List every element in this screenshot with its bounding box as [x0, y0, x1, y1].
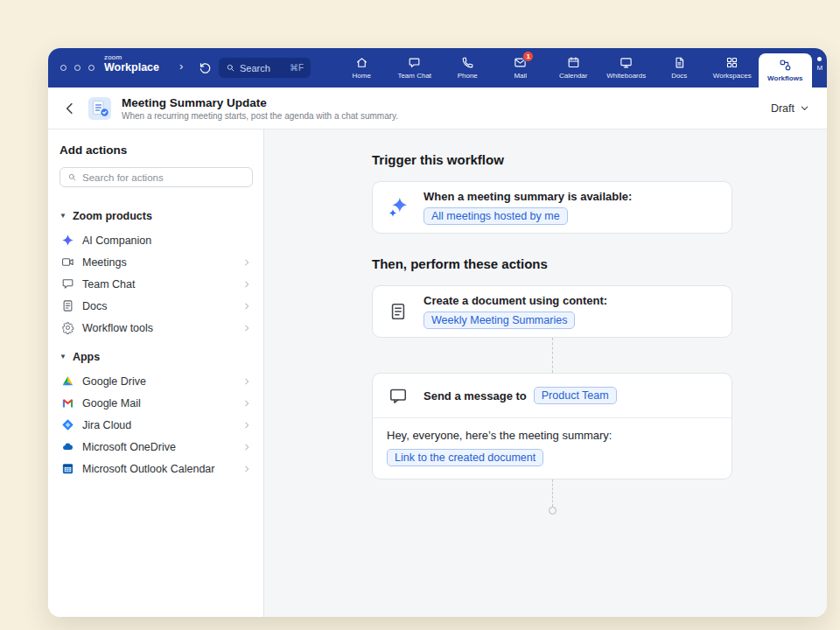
- search-icon: [67, 172, 77, 182]
- sidebar-item-label: Workflow tools: [82, 322, 153, 334]
- nav-item-home[interactable]: Home: [335, 48, 388, 88]
- chevron-right-icon: [242, 399, 251, 408]
- nav-item-docs[interactable]: Docs: [653, 48, 706, 88]
- outlook-calendar-icon: [61, 462, 74, 475]
- message-body: Hey, everyone, here’s the meeting summar…: [373, 418, 732, 479]
- nav-label: Home: [353, 72, 371, 80]
- nav-label: Workspaces: [713, 72, 752, 80]
- section-apps[interactable]: ▼ Apps: [60, 351, 253, 363]
- nav-item-team-chat[interactable]: Team Chat: [388, 48, 442, 88]
- chevron-right-icon: [242, 377, 251, 386]
- sidebar-item-label: Team Chat: [82, 278, 135, 290]
- global-search[interactable]: Search ⌘F: [219, 58, 311, 78]
- sidebar-item-meetings[interactable]: Meetings: [60, 251, 253, 273]
- actions-search[interactable]: [60, 167, 253, 187]
- sidebar-item-jira-cloud[interactable]: Jira Cloud: [60, 414, 253, 436]
- trigger-card[interactable]: When a meeting summary is available: All…: [372, 181, 732, 234]
- google-drive-icon: [61, 374, 74, 388]
- sidebar-item-team-chat[interactable]: Team Chat: [60, 273, 253, 295]
- create-document-text-block: Create a document using content: Weekly …: [424, 294, 607, 329]
- nav-label: Mail: [514, 72, 527, 80]
- team-chat-icon: [408, 56, 421, 69]
- docs-icon: [673, 56, 686, 69]
- send-message-header: Send a message to Product Team: [373, 374, 732, 418]
- nav-label: Docs: [671, 72, 687, 80]
- status-badge: Draft: [771, 102, 794, 115]
- send-message-line: Send a message to Product Team: [424, 387, 617, 404]
- notification-dot-icon: [817, 57, 822, 61]
- chevron-right-icon: [242, 421, 251, 430]
- sidebar-item-label: Jira Cloud: [82, 419, 131, 431]
- sidebar-item-microsoft-outlook-calendar[interactable]: Microsoft Outlook Calendar: [60, 458, 253, 480]
- phone-icon: [461, 56, 474, 69]
- mail-icon: 1: [514, 56, 527, 69]
- sidebar-heading: Add actions: [60, 144, 253, 157]
- sidebar-item-google-mail[interactable]: Google Mail: [60, 392, 253, 414]
- collapse-triangle-icon: ▼: [60, 212, 66, 220]
- nav-label: Calendar: [559, 72, 587, 80]
- sidebar-item-label: Microsoft OneDrive: [82, 441, 176, 453]
- send-message-card[interactable]: Send a message to Product Team Hey, ever…: [372, 373, 732, 480]
- history-icon[interactable]: [199, 61, 212, 74]
- nav-label: Phone: [458, 72, 478, 80]
- flow-connector-dashed: [552, 480, 553, 507]
- recipient-chip[interactable]: Product Team: [534, 387, 617, 404]
- create-document-text: Create a document using content:: [424, 294, 607, 307]
- nav-tabs: Home Team Chat Phone 1 Mail Calendar: [335, 48, 827, 88]
- flow-connector-dashed: [552, 338, 553, 373]
- window-control-zoom[interactable]: [88, 65, 94, 71]
- nav-item-workspaces[interactable]: Workspaces: [706, 48, 760, 88]
- status-dropdown[interactable]: Draft: [771, 102, 809, 115]
- nav-item-mail[interactable]: 1 Mail: [494, 48, 548, 88]
- window-control-minimize[interactable]: [74, 65, 80, 71]
- workflows-icon: [779, 59, 792, 72]
- team-chat-icon: [61, 277, 74, 290]
- back-button[interactable]: [62, 101, 78, 116]
- meetings-icon: [61, 256, 74, 269]
- document-link-chip[interactable]: Link to the created document: [387, 449, 543, 466]
- collapse-chevron-icon[interactable]: ›: [179, 60, 183, 73]
- sidebar-item-ai-companion[interactable]: AI Companion: [60, 229, 253, 251]
- chevron-right-icon: [242, 280, 251, 289]
- logo-workplace-text: Workplace: [104, 62, 159, 74]
- sidebar-item-label: AI Companion: [82, 234, 151, 247]
- sidebar-item-docs[interactable]: Docs: [60, 295, 253, 317]
- sidebar-item-microsoft-onedrive[interactable]: Microsoft OneDrive: [60, 436, 253, 458]
- nav-item-phone[interactable]: Phone: [441, 48, 494, 88]
- sidebar-item-label: Meetings: [82, 256, 127, 269]
- actions-search-input[interactable]: [82, 172, 245, 183]
- nav-item-whiteboards[interactable]: Whiteboards: [600, 48, 654, 88]
- top-navbar: zoom Workplace › Search ⌘F Home Team Cha…: [48, 48, 827, 88]
- app-window: zoom Workplace › Search ⌘F Home Team Cha…: [48, 48, 827, 617]
- chevron-down-icon: [800, 103, 809, 113]
- calendar-icon: [567, 56, 580, 69]
- send-message-text: Send a message to: [424, 389, 527, 402]
- section-zoom-products[interactable]: ▼ Zoom products: [60, 210, 253, 222]
- docs-icon: [61, 299, 74, 312]
- document-icon: [387, 300, 410, 323]
- workspaces-icon: [725, 56, 738, 69]
- workflow-thumbnail-icon: [88, 97, 111, 120]
- zoom-products-list: AI Companion Meetings Team Chat Docs: [60, 229, 253, 339]
- nav-item-calendar[interactable]: Calendar: [547, 48, 600, 88]
- document-content-chip[interactable]: Weekly Meeting Summaries: [424, 312, 575, 329]
- nav-label: Whiteboards: [606, 72, 646, 80]
- workflow-header: Meeting Summary Update When a recurring …: [48, 88, 827, 130]
- jira-icon: [61, 418, 74, 431]
- page-subtitle: When a recurring meeting starts, post th…: [122, 111, 398, 121]
- window-control-close[interactable]: [60, 65, 66, 71]
- sidebar-item-google-drive[interactable]: Google Drive: [60, 370, 253, 392]
- chevron-right-icon: [242, 302, 251, 311]
- chevron-right-icon: [242, 443, 251, 452]
- sidebar-item-workflow-tools[interactable]: Workflow tools: [60, 317, 253, 339]
- apps-list: Google Drive Google Mail Jira Cloud Micr…: [60, 370, 253, 480]
- search-label: Search: [240, 63, 270, 74]
- nav-item-overflow-partial[interactable]: M: [812, 48, 828, 88]
- window-controls[interactable]: [60, 65, 94, 71]
- nav-label: Team Chat: [397, 72, 431, 80]
- actions-sidebar: Add actions ▼ Zoom products AI Companion…: [48, 130, 264, 617]
- trigger-scope-chip[interactable]: All meetings hosted by me: [424, 207, 568, 225]
- create-document-card[interactable]: Create a document using content: Weekly …: [372, 285, 732, 338]
- nav-item-workflows[interactable]: Workflows: [759, 53, 812, 88]
- nav-label: Workflows: [767, 74, 802, 82]
